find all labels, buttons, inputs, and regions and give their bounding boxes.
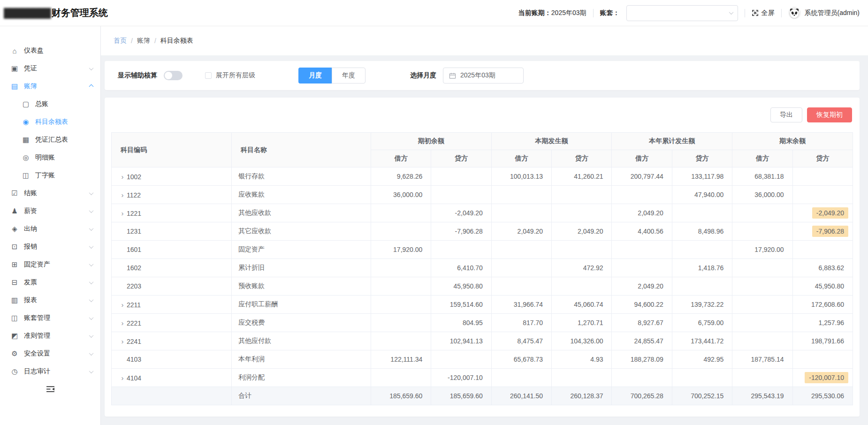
- sidebar-item-person[interactable]: ♟薪资: [0, 202, 100, 220]
- table-row: ›1002银行存款9,628.26100,013.1341,260.21200,…: [112, 167, 853, 186]
- cell-opening-debit: [371, 314, 431, 332]
- sidebar-item-clock[interactable]: ◷日志审计: [0, 363, 100, 380]
- restore-opening-button[interactable]: 恢复期初: [807, 107, 852, 122]
- sidebar-item-detail-bag[interactable]: ◎明细账: [0, 149, 100, 167]
- sidebar-submenu: ▢总账◉科目余额表▦凭证汇总表◎明细账◫丁字账: [0, 95, 100, 184]
- cell-total-code: [112, 387, 232, 405]
- sidebar-item-calendar-check[interactable]: ☑结账: [0, 184, 100, 202]
- month-picker[interactable]: 2025年03期: [443, 68, 524, 83]
- breadcrumb-home[interactable]: 首页: [114, 37, 127, 45]
- sidebar-item-label: 账套管理: [24, 314, 50, 322]
- cell-account-code: ›1221: [112, 204, 232, 222]
- account-code: 1601: [127, 246, 141, 253]
- table-row: ›2241其他应付款102,941.138,475.47104,326.0024…: [112, 332, 853, 350]
- export-button[interactable]: 导出: [770, 107, 802, 122]
- cell-account-code: ›1122: [112, 186, 232, 204]
- gear-icon: ⚙: [10, 349, 19, 358]
- sidebar-item-t-account[interactable]: ◫丁字账: [0, 167, 100, 184]
- cell-ending-credit: [792, 167, 853, 186]
- cell-account-code: 4103: [112, 350, 232, 369]
- expand-row-icon[interactable]: ›: [118, 319, 127, 327]
- detail-bag-icon: ◎: [22, 153, 30, 162]
- cell-ending-debit: [732, 277, 792, 296]
- sidebar-item-ledger-book[interactable]: ▤账簿: [0, 77, 100, 95]
- sidebar-item-label: 总账: [35, 100, 48, 108]
- sub-header-debit: 借方: [612, 150, 672, 167]
- sidebar-item-label: 凭证: [24, 64, 37, 73]
- chevron-down-icon: [89, 351, 94, 356]
- cell-ending-debit: 36,000.00: [732, 186, 792, 204]
- chevron-down-icon: [89, 280, 94, 284]
- expand-all-option[interactable]: 展开所有层级: [205, 71, 255, 80]
- cell-ytd-debit: 2,049.20: [612, 204, 672, 222]
- expand-row-icon[interactable]: ›: [118, 209, 127, 217]
- sidebar-item-home[interactable]: ⌂仪表盘: [0, 42, 100, 60]
- cell-current-credit: 104,326.00: [552, 332, 612, 350]
- expand-row-icon[interactable]: ›: [118, 173, 127, 181]
- chevron-up-icon: [89, 84, 94, 89]
- table-row: 1602累计折旧6,410.70472.921,418.766,883.62: [112, 259, 853, 277]
- ledger-book-icon: ▤: [10, 82, 19, 91]
- cell-ytd-debit: 24,855.47: [612, 332, 672, 350]
- expand-row-icon[interactable]: ›: [118, 337, 127, 345]
- sidebar-item-cashier[interactable]: ◈出纳: [0, 220, 100, 238]
- user-menu[interactable]: 系统管理员(admin): [788, 7, 860, 19]
- cell-ending-credit: -7,906.28: [792, 222, 853, 241]
- cell-current-credit: [552, 277, 612, 296]
- cell-total-ytd-debit: 700,265.28: [612, 387, 672, 405]
- breadcrumb-separator: /: [131, 37, 133, 45]
- cell-current-debit: 2,049.20: [491, 222, 551, 241]
- table-toolbar: 导出 恢复期初: [111, 98, 853, 132]
- cell-ending-debit: [732, 369, 792, 387]
- sidebar-item-account-set[interactable]: ◫账套管理: [0, 309, 100, 327]
- account-set-select[interactable]: [626, 5, 738, 21]
- expand-row-icon[interactable]: ›: [118, 374, 127, 382]
- cell-ytd-credit: [672, 277, 732, 296]
- clock-icon: ◷: [10, 367, 19, 376]
- sidebar-item-voucher-card[interactable]: ▣凭证: [0, 60, 100, 77]
- cell-ending-debit: [732, 259, 792, 277]
- sidebar-item-briefcase[interactable]: ▦凭证汇总表: [0, 131, 100, 149]
- account-code: 1002: [127, 173, 141, 181]
- toggle-knob: [165, 72, 172, 79]
- cell-account-code: ›4104: [112, 369, 232, 387]
- expand-row-icon[interactable]: ›: [118, 191, 127, 199]
- sidebar-item-document[interactable]: ▢总账: [0, 95, 100, 113]
- sidebar-item-fixed-asset[interactable]: ⊞固定资产: [0, 256, 100, 273]
- chevron-down-icon: [729, 10, 733, 15]
- sidebar-collapse-button[interactable]: [0, 380, 100, 397]
- fullscreen-button[interactable]: 全屏: [752, 9, 775, 17]
- cell-opening-debit: 122,111.34: [371, 350, 431, 369]
- tab-yearly[interactable]: 年度: [332, 68, 365, 83]
- sidebar-item-report-chart[interactable]: ▥报表: [0, 291, 100, 309]
- chevron-down-icon: [89, 244, 94, 249]
- cell-opening-credit: -120,007.10: [431, 369, 491, 387]
- cell-ytd-debit: 94,600.22: [612, 296, 672, 314]
- menu-fold-icon: [46, 386, 55, 393]
- standard-icon: ◩: [10, 332, 19, 340]
- money-bag-icon: ◉: [22, 118, 30, 126]
- cell-ending-credit: 1,257.96: [792, 314, 853, 332]
- sidebar-item-gear[interactable]: ⚙安全设置: [0, 345, 100, 363]
- sidebar-item-reimburse[interactable]: ⊡报销: [0, 238, 100, 256]
- cell-ytd-credit: 1,418.76: [672, 259, 732, 277]
- sidebar: ⌂仪表盘▣凭证▤账簿▢总账◉科目余额表▦凭证汇总表◎明细账◫丁字账☑结账♟薪资◈…: [0, 26, 101, 425]
- aux-accounting-toggle[interactable]: [164, 71, 183, 80]
- breadcrumb-current: 科目余额表: [160, 37, 193, 45]
- cell-current-debit: [491, 369, 551, 387]
- topbar: ████████ 财务管理系统 当前账期：2025年03期 账套： 全屏 系统管…: [0, 0, 868, 26]
- cell-ending-debit: 17,920.00: [732, 241, 792, 259]
- sidebar-item-money-bag[interactable]: ◉科目余额表: [0, 113, 100, 131]
- cell-opening-debit: [371, 369, 431, 387]
- cell-current-credit: 4.93: [552, 350, 612, 369]
- cell-account-name: 应付职工薪酬: [231, 296, 371, 314]
- expand-all-checkbox[interactable]: [205, 72, 212, 79]
- sidebar-item-invoice[interactable]: ⊟发票: [0, 273, 100, 291]
- cell-opening-credit: 6,410.70: [431, 259, 491, 277]
- sidebar-item-standard[interactable]: ◩准则管理: [0, 327, 100, 345]
- tab-monthly[interactable]: 月度: [298, 68, 332, 83]
- app-title: 财务管理系统: [52, 7, 108, 19]
- cell-ytd-credit: 173,441.72: [672, 332, 732, 350]
- cell-opening-credit: 804.95: [431, 314, 491, 332]
- expand-row-icon[interactable]: ›: [118, 301, 127, 309]
